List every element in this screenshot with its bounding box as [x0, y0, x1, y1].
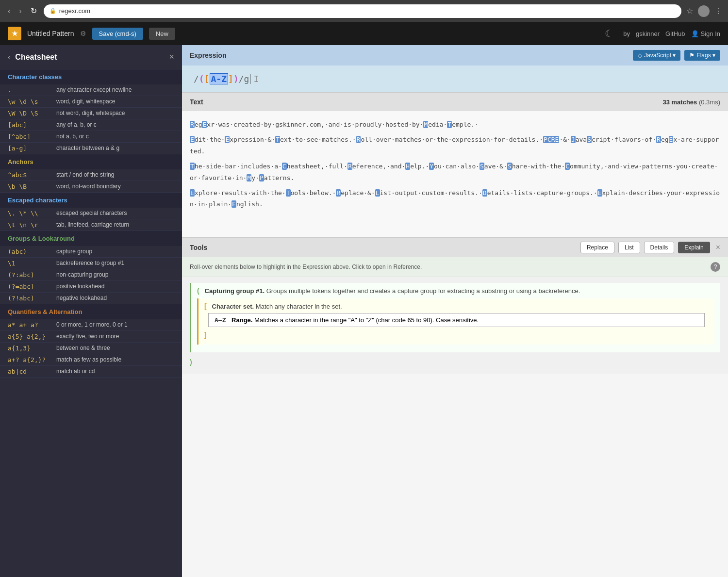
- github-link[interactable]: GitHub: [665, 30, 685, 37]
- sidebar-back-button[interactable]: ‹: [8, 53, 10, 62]
- pattern-settings-button[interactable]: ⚙: [80, 30, 86, 37]
- cheat-desc: positive lookahead: [56, 283, 104, 290]
- author-link[interactable]: gskinner: [636, 30, 660, 37]
- regex-display: / ( [ A-Z ] ) / g I: [194, 73, 259, 84]
- cheat-desc: any of a, b, or c: [56, 121, 97, 128]
- regex-flag: g: [244, 74, 249, 84]
- match: E: [190, 189, 195, 197]
- explain-charset: [ Character set. Match any character in …: [197, 298, 714, 345]
- expression-input[interactable]: / ( [ A-Z ] ) / g I: [182, 66, 728, 92]
- explain-range-title: Range.: [232, 316, 252, 324]
- match: R: [347, 163, 352, 170]
- match: E: [597, 189, 602, 197]
- app-logo: ★: [8, 27, 21, 40]
- app-title: Untitled Pattern: [27, 30, 74, 37]
- bookmark-button[interactable]: ☆: [686, 6, 693, 16]
- flags-button[interactable]: ⚑ Flags ▾: [684, 50, 720, 61]
- details-button[interactable]: Details: [644, 242, 675, 253]
- cheat-desc: backreference to group #1: [56, 260, 124, 266]
- cheat-row-not-abc: [^abc] not a, b, or c: [0, 131, 182, 143]
- match: C: [565, 163, 570, 170]
- cheat-row-abc: [abc] any of a, b, or c: [0, 119, 182, 131]
- flavor-button[interactable]: ◇ JavaScript ▾: [633, 50, 680, 61]
- match: S: [480, 163, 484, 170]
- cheat-desc: capture group: [56, 248, 92, 255]
- browser-chrome: ‹ › ↻ 🔒 regexr.com ☆ ⋮: [0, 0, 728, 22]
- explain-group-title: Capturing group #1.: [205, 287, 265, 295]
- explain-button[interactable]: Explain: [678, 242, 710, 253]
- explain-range-key: A–Z: [215, 316, 226, 324]
- explain-paren-close-row: ): [190, 356, 720, 368]
- cheat-key: a+? a{2,}?: [8, 356, 56, 363]
- cheat-row-word-boundary: \b \B word, not-word boundary: [0, 181, 182, 193]
- sidebar-cheatsheet: ‹ Cheatsheet × Character classes . any c…: [0, 45, 182, 577]
- regex-close-bracket: ]: [228, 74, 233, 84]
- cheat-row-escaped-whitespace: \t \n \r tab, linefeed, carriage return: [0, 219, 182, 231]
- tools-close-button[interactable]: ×: [716, 243, 720, 252]
- match: D: [482, 189, 487, 197]
- cheat-row-quant-exact: a{5} a{2,} exactly five, two or more: [0, 331, 182, 343]
- expression-label: Expression: [190, 51, 226, 59]
- text-line-4: Explore·results·with·the·Tools·below.·Re…: [190, 187, 720, 210]
- reload-button[interactable]: ↻: [29, 4, 39, 17]
- match: P: [259, 174, 264, 181]
- cheat-row-wds: \w \d \s word, digit, whitespace: [0, 96, 182, 108]
- section-header-quantifiers: Quantifiers & Alternation: [0, 304, 182, 319]
- cheat-desc: word, not-word boundary: [56, 183, 121, 190]
- expression-bar: Expression ◇ JavaScript ▾ ⚑ Flags ▾: [182, 45, 728, 66]
- match: R: [336, 189, 341, 197]
- cheat-desc: start / end of the string: [56, 171, 114, 178]
- signin-button[interactable]: 👤 Sign In: [691, 30, 720, 37]
- tools-content: Roll-over elements below to highlight in…: [182, 257, 728, 374]
- cheat-key: a* a+ a?: [8, 321, 56, 329]
- new-button[interactable]: New: [149, 28, 175, 40]
- cheat-desc: match ab or cd: [56, 368, 95, 375]
- match: M: [247, 174, 251, 181]
- tools-info-text: Roll-over elements below to highlight in…: [190, 264, 422, 270]
- flavor-label: JavaScript ▾: [644, 52, 676, 59]
- back-button[interactable]: ‹: [6, 5, 12, 17]
- sidebar-close-button[interactable]: ×: [169, 52, 174, 62]
- section-header-groups: Groups & Lookaround: [0, 231, 182, 246]
- match: R: [656, 136, 661, 143]
- match: E: [225, 136, 230, 143]
- forward-button[interactable]: ›: [17, 5, 23, 17]
- match: E: [202, 121, 207, 128]
- text-header: Text 33 matches (0.3ms): [182, 92, 728, 111]
- cheat-desc: word, digit, whitespace: [56, 98, 115, 105]
- cheat-row-alternation: ab|cd match ab or cd: [0, 366, 182, 378]
- cursor: [250, 74, 250, 84]
- flags-label: Flags ▾: [696, 52, 715, 59]
- cheat-key: \b \B: [8, 183, 56, 190]
- tools-help-button[interactable]: ?: [711, 262, 720, 272]
- menu-button[interactable]: ⋮: [714, 6, 722, 16]
- cheat-desc: negative lookahead: [56, 295, 107, 301]
- sidebar-title: Cheatsheet: [15, 53, 169, 62]
- cheat-row-dot: . any character except newline: [0, 84, 182, 96]
- explain-charset-title: Character set.: [212, 303, 254, 310]
- text-line-3: The·side·bar·includes·a·Cheatsheet,·full…: [190, 161, 720, 183]
- cursor-symbol: I: [253, 74, 259, 84]
- cheat-row-capture: (abc) capture group: [0, 246, 182, 258]
- flags-icon: ⚑: [689, 52, 695, 59]
- text-content-area[interactable]: RegExr·was·created·by·gskinner.com,·and·…: [182, 111, 728, 237]
- cheat-key: \. \* \\: [8, 210, 56, 217]
- match: R: [356, 136, 361, 143]
- regex-close-paren: ): [233, 74, 239, 84]
- cheat-row-anchors-start: ^abc$ start / end of the string: [0, 169, 182, 181]
- regex-open-slash: /: [194, 74, 199, 84]
- dark-mode-button[interactable]: ☾: [601, 26, 617, 41]
- tools-info-bar: Roll-over elements below to highlight in…: [182, 257, 728, 277]
- address-bar[interactable]: 🔒 regexr.com: [44, 4, 681, 18]
- match: T: [190, 163, 195, 170]
- replace-button[interactable]: Replace: [580, 242, 614, 253]
- cheat-key: \w \d \s: [8, 98, 56, 105]
- match: R: [190, 121, 195, 128]
- cheat-key: (abc): [8, 248, 56, 255]
- section-header-character-classes: Character classes: [0, 69, 182, 84]
- list-button[interactable]: List: [618, 242, 640, 253]
- save-button[interactable]: Save (cmd-s): [92, 28, 143, 40]
- cheat-desc: tab, linefeed, carriage return: [56, 221, 129, 228]
- user-avatar[interactable]: [698, 5, 710, 17]
- cheat-desc: 0 or more, 1 or more, 0 or 1: [56, 321, 128, 328]
